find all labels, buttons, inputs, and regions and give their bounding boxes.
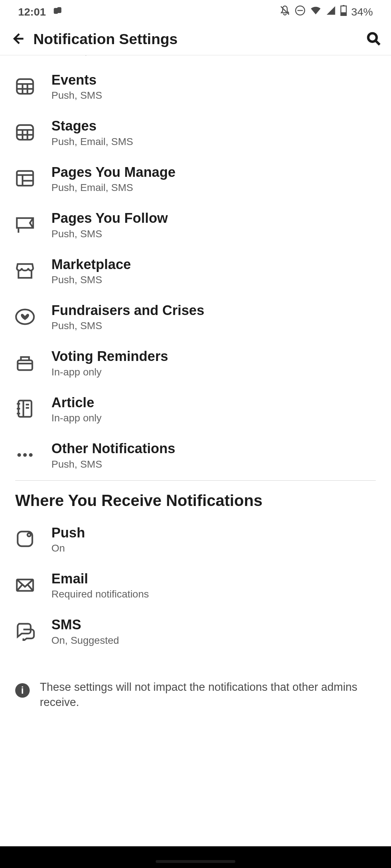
signal-icon <box>326 5 336 18</box>
row-title: Marketplace <box>51 256 376 273</box>
row-subtitle: Push, SMS <box>51 459 376 470</box>
info-icon: i <box>15 683 30 698</box>
svg-point-7 <box>368 33 377 42</box>
wifi-icon <box>310 5 321 19</box>
list-item-pages-follow[interactable]: Pages You Follow Push, SMS <box>0 201 391 247</box>
list-item-push[interactable]: Push On <box>0 516 391 562</box>
row-title: Article <box>51 394 376 412</box>
list-item-other[interactable]: Other Notifications Push, SMS <box>0 432 391 478</box>
page-title: Notification Settings <box>33 31 358 48</box>
box-icon <box>15 353 35 373</box>
row-subtitle: Push, SMS <box>51 90 376 101</box>
row-title: Pages You Manage <box>51 163 376 181</box>
list-item-marketplace[interactable]: Marketplace Push, SMS <box>0 248 391 294</box>
svg-rect-1 <box>57 7 62 13</box>
notebook-icon <box>15 399 35 418</box>
row-subtitle: Push, Email, SMS <box>51 136 376 148</box>
svg-point-36 <box>28 533 31 536</box>
list-item-stages[interactable]: Stages Push, Email, SMS <box>0 109 391 155</box>
row-title: Other Notifications <box>51 440 376 458</box>
battery-percent: 34% <box>351 6 373 18</box>
row-subtitle: Push, SMS <box>51 320 376 332</box>
svg-rect-6 <box>342 5 344 6</box>
svg-rect-19 <box>17 171 33 186</box>
push-icon <box>15 529 35 549</box>
mail-icon <box>15 575 35 595</box>
list-item-article[interactable]: Article In-app only <box>0 386 391 432</box>
heart-circle-icon <box>15 307 35 327</box>
list-item-pages-manage[interactable]: Pages You Manage Push, Email, SMS <box>0 156 391 201</box>
row-title: SMS <box>51 616 376 634</box>
search-button[interactable] <box>366 31 381 47</box>
row-title: Voting Reminders <box>51 348 376 365</box>
list-item-sms[interactable]: SMS On, Suggested <box>0 608 391 654</box>
settings-list[interactable]: Push, SMS Events Push, SMS Stages Push, … <box>0 55 391 844</box>
row-title: Push <box>51 524 376 542</box>
app-header: Notification Settings <box>0 24 391 55</box>
status-bar: 12:01 34% <box>0 0 391 24</box>
row-title: Events <box>51 71 376 89</box>
list-item-email[interactable]: Email Required notifications <box>0 562 391 608</box>
row-subtitle: Push, SMS <box>51 228 376 240</box>
svg-rect-5 <box>341 12 346 16</box>
list-item-voting[interactable]: Voting Reminders In-app only <box>0 340 391 386</box>
dnd-icon <box>295 5 306 18</box>
vpn-icon <box>52 5 63 18</box>
row-subtitle: Push, SMS <box>51 274 376 286</box>
row-subtitle: On, Suggested <box>51 635 376 646</box>
row-title: Fundraisers and Crises <box>51 302 376 319</box>
layout-icon <box>15 169 35 188</box>
list-item-fundraisers[interactable]: Fundraisers and Crises Push, SMS <box>0 294 391 340</box>
home-indicator[interactable] <box>156 860 235 863</box>
row-subtitle: In-app only <box>51 366 376 378</box>
mute-icon <box>279 5 290 18</box>
row-subtitle: On <box>51 542 376 554</box>
svg-rect-28 <box>18 401 31 417</box>
footer-note: i These settings will not impact the not… <box>0 667 391 722</box>
row-title: Stages <box>51 117 376 135</box>
status-time: 12:01 <box>18 6 46 18</box>
store-icon <box>15 261 35 280</box>
flag-icon <box>15 215 35 234</box>
nav-bar-area <box>0 846 391 868</box>
svg-line-8 <box>375 41 380 45</box>
section-header: Where You Receive Notifications <box>0 481 391 516</box>
row-subtitle: Push, Email, SMS <box>51 182 376 193</box>
row-subtitle: Push, SMS <box>62 55 112 57</box>
footer-text: These settings will not impact the notif… <box>40 680 376 710</box>
svg-rect-9 <box>17 79 33 94</box>
svg-rect-14 <box>17 125 33 140</box>
list-item-partial[interactable]: Push, SMS <box>47 55 391 63</box>
dots-icon <box>15 445 35 465</box>
back-button[interactable] <box>10 31 25 47</box>
chat-icon <box>15 621 35 641</box>
row-subtitle: Required notifications <box>51 588 376 600</box>
row-title: Email <box>51 570 376 588</box>
row-subtitle: In-app only <box>51 412 376 424</box>
battery-icon <box>340 5 347 18</box>
calendar-icon <box>15 77 35 96</box>
row-title: Pages You Follow <box>51 209 376 227</box>
list-item-events[interactable]: Events Push, SMS <box>0 63 391 109</box>
calendar-icon <box>15 123 35 142</box>
svg-rect-26 <box>18 360 33 370</box>
